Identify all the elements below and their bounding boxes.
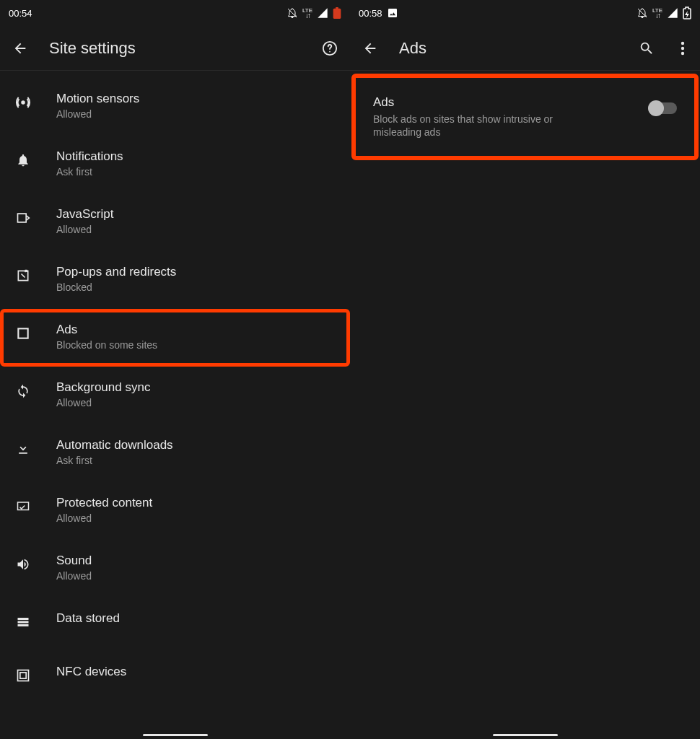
- battery-charging-icon: [683, 6, 691, 19]
- svg-rect-7: [20, 673, 26, 678]
- status-bar: 00:54 LTE↓↑: [0, 0, 350, 26]
- setting-item-popups[interactable]: Pop-ups and redirects Blocked: [0, 251, 350, 309]
- setting-label: Protected content: [56, 495, 338, 511]
- setting-sub: Allowed: [56, 397, 338, 408]
- sound-icon: [13, 554, 33, 574]
- setting-label: NFC devices: [56, 664, 338, 680]
- setting-sub: Ask first: [56, 455, 338, 466]
- signal-icon: [317, 7, 328, 19]
- status-clock: 00:54: [9, 8, 32, 19]
- setting-sub: Blocked: [56, 281, 338, 293]
- setting-item-nfc[interactable]: NFC devices: [0, 651, 350, 686]
- setting-sub: Allowed: [56, 512, 338, 524]
- back-button[interactable]: [10, 38, 30, 58]
- setting-sub: Allowed: [56, 224, 338, 235]
- overflow-menu-button[interactable]: [675, 38, 690, 58]
- page-title: Site settings: [49, 39, 301, 58]
- setting-item-sound[interactable]: Sound Allowed: [0, 540, 350, 598]
- site-settings-screen: 00:54 LTE↓↑ Site settings Motion sensors…: [0, 0, 350, 739]
- setting-sub: Allowed: [56, 570, 338, 582]
- bell-icon: [13, 150, 33, 170]
- setting-label: Background sync: [56, 380, 338, 395]
- back-button[interactable]: [360, 38, 380, 58]
- help-button[interactable]: [320, 38, 340, 58]
- setting-item-notifications[interactable]: Notifications Ask first: [0, 136, 350, 193]
- app-bar: Ads: [350, 26, 700, 71]
- javascript-icon: [13, 208, 33, 228]
- setting-item-background-sync[interactable]: Background sync Allowed: [0, 367, 350, 424]
- ads-toggle-switch[interactable]: [649, 102, 677, 114]
- alarm-off-icon: [286, 7, 298, 19]
- svg-rect-6: [18, 670, 29, 681]
- popup-icon: [13, 266, 33, 286]
- ads-icon: [13, 323, 33, 344]
- ads-toggle-description: Block ads on sites that show intrusive o…: [373, 113, 597, 139]
- app-bar: Site settings: [0, 26, 350, 71]
- sync-icon: [13, 381, 33, 401]
- switch-knob: [648, 100, 664, 116]
- nav-indicator[interactable]: [143, 734, 208, 736]
- svg-rect-1: [18, 328, 27, 338]
- battery-icon: [333, 7, 341, 19]
- svg-point-0: [21, 100, 25, 105]
- setting-item-ads[interactable]: Ads Blocked on some sites: [0, 309, 350, 367]
- storage-icon: [13, 612, 33, 632]
- svg-rect-5: [18, 624, 29, 626]
- setting-label: Sound: [56, 553, 338, 569]
- download-icon: [13, 439, 33, 459]
- svg-point-9: [681, 41, 684, 44]
- page-title: Ads: [399, 39, 618, 58]
- setting-item-auto-downloads[interactable]: Automatic downloads Ask first: [0, 424, 350, 482]
- setting-item-data-stored[interactable]: Data stored: [0, 598, 350, 651]
- svg-rect-2: [18, 502, 29, 510]
- ads-toggle-title: Ads: [373, 95, 639, 110]
- setting-item-protected-content[interactable]: Protected content Allowed: [0, 482, 350, 540]
- image-icon: [387, 7, 398, 19]
- svg-rect-4: [18, 621, 29, 624]
- setting-label: Automatic downloads: [56, 437, 338, 453]
- setting-item-javascript[interactable]: JavaScript Allowed: [0, 193, 350, 251]
- protected-icon: [13, 497, 33, 517]
- signal-icon: [667, 7, 678, 19]
- svg-point-10: [681, 46, 684, 49]
- nfc-icon: [13, 665, 33, 686]
- setting-label: Data stored: [56, 611, 338, 626]
- ads-toggle-row[interactable]: Ads Block ads on sites that show intrusi…: [357, 81, 693, 156]
- setting-sub: Blocked on some sites: [56, 339, 338, 351]
- setting-sub: Ask first: [56, 166, 338, 178]
- setting-sub: Allowed: [56, 108, 338, 120]
- lte-icon: LTE↓↑: [302, 8, 312, 18]
- status-clock: 00:58: [359, 8, 382, 19]
- settings-list: Motion sensors Allowed Notifications Ask…: [0, 71, 350, 686]
- status-bar: 00:58 LTE↓↑: [350, 0, 700, 26]
- svg-rect-3: [18, 618, 29, 620]
- svg-point-11: [681, 51, 684, 54]
- setting-label: JavaScript: [56, 206, 338, 222]
- ads-settings-screen: 00:58 LTE↓↑ Ads Ads Block ads on sites t…: [350, 0, 700, 739]
- alarm-off-icon: [636, 7, 648, 19]
- setting-label: Pop-ups and redirects: [56, 264, 338, 280]
- search-button[interactable]: [636, 38, 657, 58]
- motion-sensor-icon: [13, 92, 33, 113]
- setting-item-motion-sensors[interactable]: Motion sensors Allowed: [0, 78, 350, 136]
- svg-rect-8: [388, 9, 397, 17]
- setting-label: Ads: [56, 322, 338, 338]
- setting-label: Motion sensors: [56, 91, 338, 107]
- nav-indicator[interactable]: [493, 734, 558, 736]
- setting-label: Notifications: [56, 149, 338, 165]
- lte-icon: LTE↓↑: [652, 8, 662, 18]
